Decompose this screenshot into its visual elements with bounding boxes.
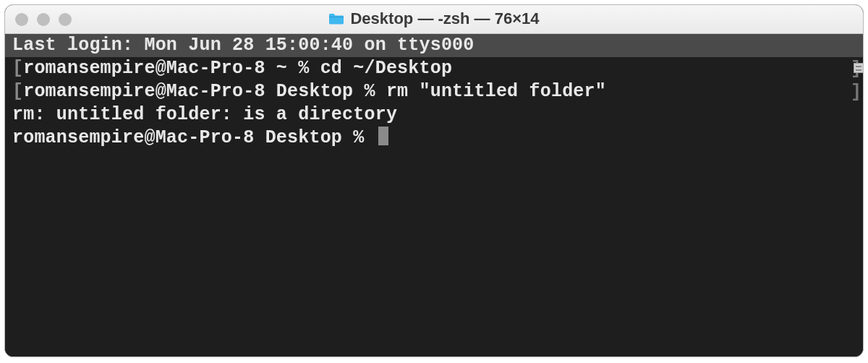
terminal-line: [romansempire@Mac-Pro-8 ~ % cd ~/Desktop [5,57,863,80]
prompt: romansempire@Mac-Pro-8 Desktop % [12,127,375,148]
folder-icon [328,12,344,25]
window-title: Desktop — -zsh — 76×14 [350,9,539,28]
terminal-line: [romansempire@Mac-Pro-8 Desktop % rm "un… [5,80,863,103]
zoom-icon[interactable] [59,13,72,26]
prompt: romansempire@Mac-Pro-8 ~ % [23,58,320,79]
command-text: cd ~/Desktop [320,58,452,79]
close-icon[interactable] [15,13,28,26]
window-title-wrap: Desktop — -zsh — 76×14 [328,9,539,28]
cursor-block [378,127,388,145]
terminal-window: Desktop — -zsh — 76×14 Last login: Mon J… [4,4,864,357]
minimize-icon[interactable] [37,13,50,26]
last-login-line: Last login: Mon Jun 28 15:00:40 on ttys0… [5,34,863,57]
terminal-line-current[interactable]: romansempire@Mac-Pro-8 Desktop % [5,127,863,150]
scroll-indicator-icon[interactable] [854,63,864,73]
titlebar[interactable]: Desktop — -zsh — 76×14 [5,5,863,34]
terminal-body[interactable]: Last login: Mon Jun 28 15:00:40 on ttys0… [5,34,863,356]
traffic-lights [15,13,72,26]
prompt: romansempire@Mac-Pro-8 Desktop % [23,81,386,102]
terminal-output: rm: untitled folder: is a directory [5,103,863,127]
command-text: rm "untitled folder" [386,81,606,102]
line-end-bracket: ] [851,82,861,103]
